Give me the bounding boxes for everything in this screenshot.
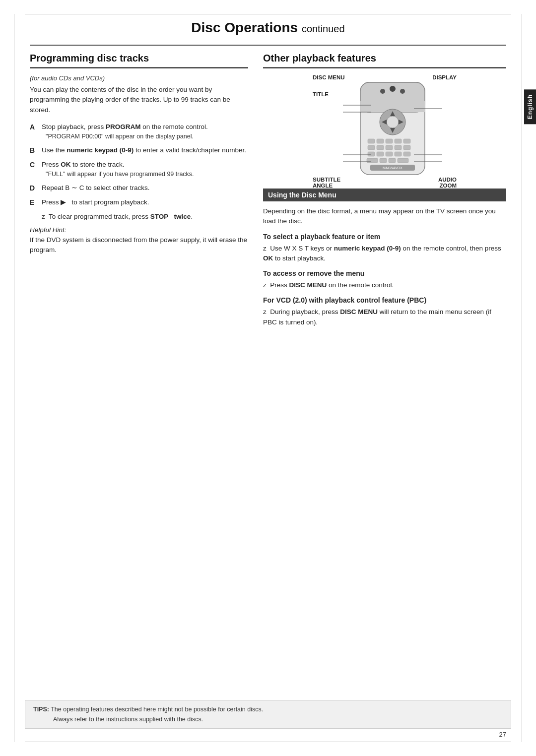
feature2-text: z Press DISC MENU on the remote control. <box>263 280 506 290</box>
svg-rect-22 <box>368 152 375 156</box>
audio-zoom-labels: AUDIO ZOOM <box>438 177 457 189</box>
page-number: 27 <box>499 731 506 738</box>
svg-point-5 <box>400 89 405 94</box>
remote-svg-container: MAGNAVOX <box>329 81 457 176</box>
remote-wrapper: DISC MENU DISPLAY TITLE <box>263 74 506 189</box>
page-border-right <box>522 14 522 742</box>
feature3-text: z During playback, press DISC MENU will … <box>263 307 506 327</box>
left-sub-italic: (for audio CDs and VCDs) <box>30 74 248 82</box>
svg-rect-28 <box>380 158 387 163</box>
svg-rect-13 <box>377 139 384 143</box>
audio-label: AUDIO <box>438 177 457 183</box>
svg-rect-14 <box>386 139 393 143</box>
step-b-letter: B <box>30 145 39 156</box>
svg-point-3 <box>380 89 385 94</box>
subtitle-label: SUBTITLE <box>313 177 340 183</box>
english-tab: English <box>524 89 536 124</box>
svg-text:MAGNAVOX: MAGNAVOX <box>383 166 402 170</box>
step-a: A Stop playback, press PROGRAM on the re… <box>30 122 248 141</box>
svg-rect-26 <box>403 152 410 156</box>
step-d: D Repeat B ∼ C to select other tracks. <box>30 183 248 193</box>
svg-rect-18 <box>377 145 384 150</box>
step-b: B Use the numeric keypad (0-9) to enter … <box>30 145 248 156</box>
svg-rect-16 <box>403 139 410 143</box>
step-e-letter: E <box>30 197 39 208</box>
svg-rect-24 <box>386 152 393 156</box>
subtitle-angle-labels: SUBTITLE ANGLE <box>313 177 340 189</box>
svg-rect-21 <box>403 145 410 150</box>
feature1-text: z Use W X S T keys or numeric keypad (0-… <box>263 244 506 264</box>
right-section-heading: Other playback features <box>263 53 506 68</box>
svg-rect-27 <box>367 158 378 163</box>
step-c-content: Press OK to store the track. "FULL" will… <box>42 160 248 179</box>
step-c-note: "FULL" will appear if you have programme… <box>46 170 248 179</box>
disc-menu-label: DISC MENU <box>313 74 345 80</box>
disc-menu-intro: Depending on the disc format, a menu may… <box>263 206 506 227</box>
svg-rect-23 <box>377 152 384 156</box>
page-border-left <box>14 14 14 742</box>
stop-line: z To clear programmed track, press STOP … <box>42 213 248 220</box>
page-title: Disc Operations continued <box>30 20 506 36</box>
step-d-content: Repeat B ∼ C to select other tracks. <box>42 183 248 193</box>
zoom-label: ZOOM <box>440 183 457 189</box>
helpful-hint: Helpful Hint: If the DVD system is disco… <box>30 225 248 255</box>
svg-rect-29 <box>389 158 396 163</box>
svg-rect-19 <box>386 145 393 150</box>
step-b-content: Use the numeric keypad (0-9) to enter a … <box>42 145 248 156</box>
tips-line2: Always refer to the instructions supplie… <box>53 716 203 723</box>
step-a-content: Stop playback, press PROGRAM on the remo… <box>42 122 248 141</box>
svg-rect-12 <box>368 139 375 143</box>
svg-rect-20 <box>395 145 402 150</box>
page-title-text: Disc Operations <box>191 20 298 35</box>
step-e-content: Press ▶ to start program playback. <box>42 197 248 208</box>
remote-svg: MAGNAVOX <box>343 81 442 176</box>
right-column: Other playback features DISC MENU DISPLA… <box>263 53 506 333</box>
tips-line1: The operating features described here mi… <box>51 706 263 713</box>
two-col-layout: Programming disc tracks (for audio CDs a… <box>30 53 506 333</box>
tips-box: TIPS: The operating features described h… <box>25 700 511 729</box>
page-border-top <box>25 14 511 14</box>
step-e: E Press ▶ to start program playback. <box>30 197 248 208</box>
remote-left-labels: TITLE <box>313 81 329 171</box>
step-c: C Press OK to store the track. "FULL" wi… <box>30 160 248 179</box>
remote-bottom-labels: SUBTITLE ANGLE AUDIO ZOOM <box>313 177 457 189</box>
disc-menu-heading: Using the Disc Menu <box>263 189 506 201</box>
svg-point-4 <box>390 86 396 92</box>
step-a-letter: A <box>30 122 39 141</box>
remote-top-labels: DISC MENU DISPLAY <box>313 74 457 80</box>
feature2-heading: To access or remove the menu <box>263 269 506 277</box>
title-label: TITLE <box>313 91 329 97</box>
feature1-heading: To select a playback feature or item <box>263 233 506 241</box>
left-section-heading: Programming disc tracks <box>30 53 248 68</box>
display-label: DISPLAY <box>432 74 457 80</box>
main-content: Disc Operations continued Programming di… <box>30 20 506 333</box>
hint-text: If the DVD system is disconnected from t… <box>30 236 247 253</box>
left-intro-text: You can play the contents of the disc in… <box>30 85 248 115</box>
svg-rect-30 <box>398 158 408 163</box>
svg-point-7 <box>387 116 399 128</box>
step-a-note: "PROGRAM P00:00" will appear on the disp… <box>46 132 248 141</box>
title-rule <box>30 45 506 46</box>
step-d-letter: D <box>30 183 39 193</box>
page-border-bottom <box>25 742 511 742</box>
feature3-heading: For VCD (2.0) with playback control feat… <box>263 296 506 304</box>
page-title-continued: continued <box>302 23 345 34</box>
svg-rect-15 <box>395 139 402 143</box>
steps-list: A Stop playback, press PROGRAM on the re… <box>30 122 248 208</box>
left-column: Programming disc tracks (for audio CDs a… <box>30 53 248 333</box>
svg-rect-17 <box>368 145 375 150</box>
angle-label: ANGLE <box>313 183 333 189</box>
hint-title: Helpful Hint: <box>30 226 67 234</box>
step-c-letter: C <box>30 160 39 179</box>
tips-label: TIPS: <box>33 706 49 713</box>
svg-rect-25 <box>395 152 402 156</box>
remote-mid-row: TITLE <box>313 81 457 176</box>
